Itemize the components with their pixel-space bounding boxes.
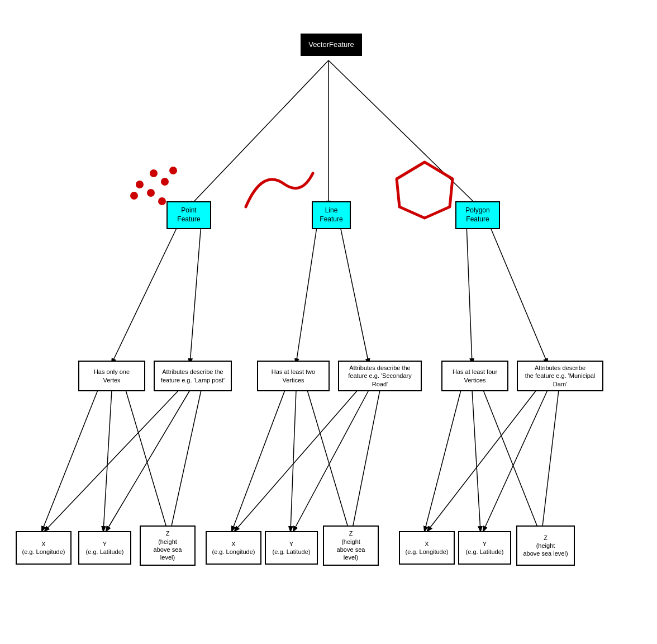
svg-line-9: [42, 390, 98, 531]
svg-line-10: [103, 390, 112, 531]
z1-label: Z (height above sea level): [145, 529, 190, 561]
svg-line-15: [232, 390, 285, 531]
svg-line-4: [190, 224, 201, 363]
svg-line-20: [352, 390, 380, 531]
y3-label: Y (e.g. Latitude): [466, 540, 504, 556]
line-desc1-label: Has at least two Vertices: [272, 368, 315, 384]
line-desc2-label: Attributes describe the feature e.g. 'Se…: [344, 364, 416, 388]
point-desc2-label: Attributes describe the feature e.g. 'La…: [161, 368, 225, 384]
svg-line-26: [542, 390, 559, 531]
svg-line-21: [425, 390, 461, 531]
svg-line-24: [427, 390, 536, 531]
root-node: VectorFeature: [301, 34, 362, 56]
svg-point-32: [147, 189, 155, 197]
line-feature-node: Line Feature: [312, 201, 351, 229]
y1-label: Y (e.g. Latitude): [86, 540, 124, 556]
polygon-desc1-node: Has at least four Vertices: [441, 361, 508, 391]
z3-node: Z (height above sea level): [516, 525, 575, 566]
x1-label: X (e.g. Longitude): [22, 540, 65, 556]
svg-line-6: [340, 224, 369, 363]
z3-label: Z (height above sea level): [523, 534, 568, 558]
svg-line-19: [293, 390, 369, 531]
polygon-feature-node: Polygon Feature: [455, 201, 500, 229]
svg-line-16: [291, 390, 296, 531]
point-desc1-node: Has only one Vertex: [78, 361, 145, 391]
svg-line-18: [235, 390, 358, 531]
point-desc1-label: Has only one Vertex: [94, 368, 130, 384]
svg-line-22: [472, 390, 480, 531]
line-feature-label: Line Feature: [320, 206, 342, 224]
svg-point-31: [130, 192, 138, 200]
y1-node: Y (e.g. Latitude): [78, 531, 131, 565]
line-desc1-node: Has at least two Vertices: [257, 361, 330, 391]
svg-line-14: [170, 390, 201, 531]
y3-node: Y (e.g. Latitude): [458, 531, 511, 565]
y2-label: Y (e.g. Latitude): [273, 540, 311, 556]
svg-line-23: [483, 390, 539, 531]
svg-point-33: [158, 197, 166, 205]
svg-line-13: [106, 390, 190, 531]
point-desc2-node: Attributes describe the feature e.g. 'La…: [154, 361, 232, 391]
x1-node: X (e.g. Longitude): [16, 531, 72, 565]
root-label: VectorFeature: [308, 40, 354, 50]
svg-line-12: [45, 390, 179, 531]
svg-line-8: [489, 224, 548, 363]
svg-line-11: [126, 390, 168, 531]
point-feature-node: Point Feature: [166, 201, 211, 229]
svg-point-29: [161, 178, 169, 186]
z2-label: Z (height above sea level): [328, 529, 373, 561]
polygon-desc2-node: Attributes describe the feature e.g. 'Mu…: [517, 361, 603, 391]
y2-node: Y (e.g. Latitude): [265, 531, 318, 565]
x3-label: X (e.g. Longitude): [405, 540, 448, 556]
x2-label: X (e.g. Longitude): [212, 540, 255, 556]
polygon-desc2-label: Attributes describe the feature e.g. 'Mu…: [522, 364, 598, 388]
svg-line-5: [296, 224, 317, 363]
z1-node: Z (height above sea level): [140, 525, 196, 566]
svg-point-27: [136, 181, 144, 188]
svg-line-17: [307, 390, 349, 531]
svg-line-7: [466, 224, 472, 363]
polygon-feature-label: Polygon Feature: [465, 206, 489, 224]
z2-node: Z (height above sea level): [323, 525, 379, 566]
svg-point-28: [150, 169, 158, 177]
svg-point-30: [169, 167, 177, 174]
x3-node: X (e.g. Longitude): [399, 531, 455, 565]
polygon-desc1-label: Has at least four Vertices: [453, 368, 497, 384]
svg-line-3: [112, 224, 179, 363]
point-feature-label: Point Feature: [177, 206, 200, 224]
line-desc2-node: Attributes describe the feature e.g. 'Se…: [338, 361, 422, 391]
x2-node: X (e.g. Longitude): [206, 531, 261, 565]
svg-line-25: [483, 390, 548, 531]
